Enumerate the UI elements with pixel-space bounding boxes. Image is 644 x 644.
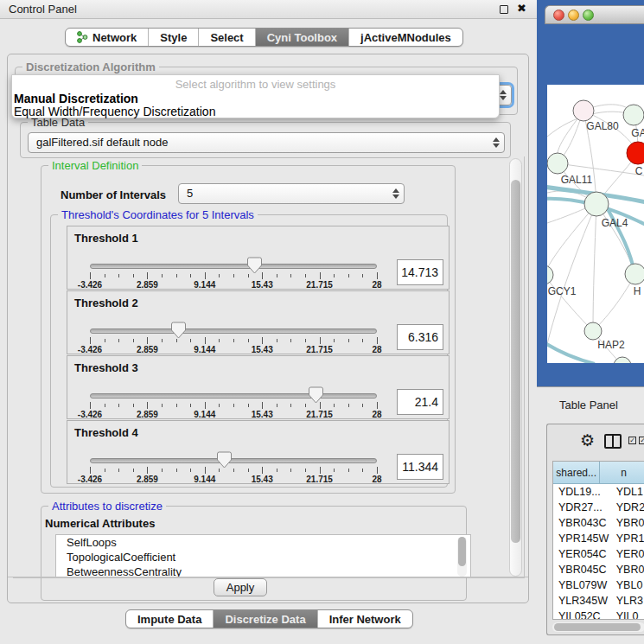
- slider-tick-labels: -3.4262.8599.14415.4321.71528: [90, 410, 377, 419]
- table-row[interactable]: YBR045CYBR0: [553, 562, 644, 577]
- table-cell[interactable]: YDR27...: [553, 500, 612, 515]
- table-cell[interactable]: YIL0: [612, 609, 644, 620]
- popup-option-manual-discretization[interactable]: Manual Discretization: [14, 92, 138, 105]
- list-scrollbar[interactable]: [457, 537, 467, 577]
- network-node[interactable]: [625, 264, 644, 284]
- table-row[interactable]: YDR27...YDR2: [553, 500, 644, 515]
- table-cell[interactable]: YLR345W: [553, 593, 612, 609]
- scrollbar-thumb[interactable]: [554, 623, 641, 631]
- split-view-icon[interactable]: [604, 434, 622, 449]
- network-node[interactable]: [623, 105, 644, 125]
- table-row[interactable]: YPR145WYPR1: [553, 531, 644, 546]
- slider-thumb[interactable]: [247, 257, 262, 274]
- table-panel-inset: ⚙ ✓ ✓ shared... n YDL19...YDL1YDR27...YD…: [546, 424, 644, 635]
- slider-thumb[interactable]: [309, 386, 323, 404]
- slider-tick-labels: -3.4262.8599.14415.4321.71528: [90, 280, 377, 290]
- table-cell[interactable]: YER054C: [553, 546, 612, 562]
- table-toolbar: ⚙ ✓ ✓: [547, 424, 644, 459]
- zoom-traffic-light-icon[interactable]: [583, 10, 594, 21]
- threshold-value-field[interactable]: 11.344: [397, 454, 443, 480]
- tab-impute-data[interactable]: Impute Data: [126, 610, 214, 628]
- tab-jactivemnodules[interactable]: jActiveMNodules: [349, 29, 462, 46]
- threshold-value-field[interactable]: 21.4: [397, 389, 443, 415]
- table-cell[interactable]: YBR0: [612, 515, 644, 531]
- network-node[interactable]: [584, 192, 609, 216]
- table-data-combobox[interactable]: galFiltered.sif default node: [28, 132, 505, 153]
- table-row[interactable]: YLR345WYLR3: [553, 593, 644, 609]
- slider-ticks: [90, 467, 377, 475]
- threshold-value-field[interactable]: 14.713: [397, 259, 443, 285]
- tab-cyni-toolbox[interactable]: Cyni Toolbox: [256, 29, 349, 46]
- settings-vertical-scrollbar[interactable]: [509, 158, 522, 577]
- top-tab-bar: Network Style Select Cyni Toolbox jActiv…: [65, 28, 463, 47]
- table-cell[interactable]: YBR043C: [553, 515, 612, 531]
- tab-network[interactable]: Network: [66, 29, 149, 46]
- select-columns-check2-icon[interactable]: ✓: [639, 437, 644, 444]
- slider-track[interactable]: [90, 458, 377, 463]
- table-row[interactable]: YER054CYER0: [553, 546, 644, 562]
- table-row[interactable]: YIL052CYIL0: [553, 609, 644, 620]
- popup-placeholder-option[interactable]: Select algorithm to view settings: [12, 78, 499, 91]
- table-cell[interactable]: YDL1: [612, 484, 644, 500]
- close-traffic-light-icon[interactable]: [553, 10, 564, 21]
- tab-select[interactable]: Select: [199, 29, 255, 46]
- select-columns-check-icon[interactable]: ✓: [628, 437, 636, 444]
- table-cell[interactable]: YPR145W: [553, 531, 612, 546]
- network-node[interactable]: [584, 322, 602, 340]
- slider-track[interactable]: [90, 328, 377, 334]
- network-window-titlebar[interactable]: [545, 5, 644, 24]
- column-header-name[interactable]: n: [600, 462, 644, 484]
- list-item[interactable]: SelfLoops: [56, 535, 470, 550]
- slider-thumb[interactable]: [171, 322, 186, 339]
- slider-track[interactable]: [90, 264, 377, 269]
- table-cell[interactable]: YLR3: [612, 593, 644, 609]
- number-of-intervals-combobox[interactable]: 5: [178, 183, 405, 204]
- node-label: H: [634, 285, 641, 297]
- table-row[interactable]: YBL079WYBL0: [553, 577, 644, 593]
- table-cell[interactable]: YIL052C: [553, 609, 612, 620]
- algorithm-dropdown-popup: Select algorithm to view settings Manual…: [11, 74, 500, 118]
- bottom-tab-bar: Impute Data Discretize Data Infer Networ…: [125, 609, 413, 628]
- table-row[interactable]: YBR043CYBR0: [553, 515, 644, 531]
- table-cell[interactable]: YDL19...: [553, 484, 612, 500]
- network-node[interactable]: [547, 153, 568, 174]
- settings-gear-icon[interactable]: ⚙: [580, 430, 595, 450]
- table-cell[interactable]: YPR1: [612, 531, 644, 546]
- tab-style[interactable]: Style: [149, 29, 199, 46]
- table-cell[interactable]: YBL079W: [553, 577, 612, 593]
- slider-tick-labels: -3.4262.8599.14415.4321.71528: [90, 345, 377, 354]
- float-window-icon[interactable]: [500, 5, 508, 14]
- table-cell[interactable]: YBR045C: [553, 562, 612, 577]
- node-label: GAL4: [602, 217, 628, 229]
- node-table[interactable]: shared... n YDL19...YDL1YDR27...YDR2YBR0…: [552, 461, 644, 620]
- network-node[interactable]: [627, 142, 644, 164]
- table-horizontal-scrollbar[interactable]: [552, 622, 644, 632]
- network-node[interactable]: [547, 265, 553, 284]
- minimize-traffic-light-icon[interactable]: [568, 10, 579, 21]
- tab-infer-network[interactable]: Infer Network: [318, 610, 412, 628]
- network-node[interactable]: [614, 357, 631, 363]
- table-row[interactable]: YDL19...YDL1: [553, 484, 644, 500]
- column-header-shared-name[interactable]: shared...: [553, 462, 600, 484]
- table-cell[interactable]: YBL0: [612, 577, 644, 593]
- table-cell[interactable]: YDR2: [612, 500, 644, 515]
- threshold-label: Threshold 3: [74, 361, 138, 374]
- table-header-row: shared... n: [553, 462, 644, 484]
- threshold-value-field[interactable]: 6.316: [397, 324, 443, 350]
- close-icon[interactable]: ✖: [517, 2, 526, 15]
- table-data-selected-value: galFiltered.sif default node: [36, 136, 168, 149]
- apply-button[interactable]: Apply: [214, 578, 267, 596]
- table-cell[interactable]: YER0: [612, 546, 644, 562]
- network-node[interactable]: [573, 100, 594, 121]
- tab-discretize-data[interactable]: Discretize Data: [214, 610, 317, 628]
- network-canvas[interactable]: GAL80GACGAL11GAL4GCY1HHAP2: [547, 85, 644, 363]
- list-item[interactable]: TopologicalCoefficient: [56, 550, 470, 564]
- list-item[interactable]: BetweennessCentrality: [56, 564, 470, 577]
- numerical-attributes-list[interactable]: SelfLoopsTopologicalCoefficientBetweenne…: [55, 534, 471, 577]
- popup-option-equal-width-frequency[interactable]: Equal Width/Frequency Discretization: [14, 105, 215, 118]
- table-cell[interactable]: YBR0: [612, 562, 644, 577]
- node-label: C: [635, 165, 643, 177]
- slider-thumb[interactable]: [217, 451, 232, 469]
- slider-track[interactable]: [90, 393, 377, 399]
- scrollbar-thumb[interactable]: [511, 180, 520, 543]
